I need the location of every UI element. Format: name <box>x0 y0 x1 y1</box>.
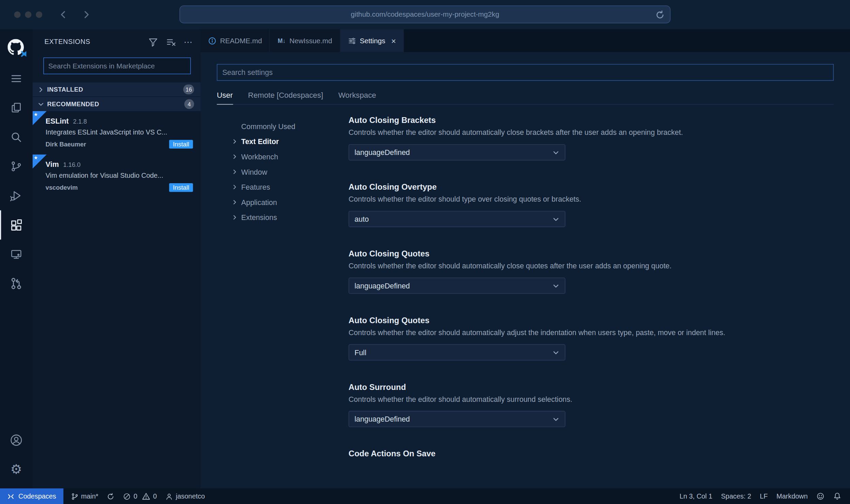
activity-bar-item-remote-explorer[interactable] <box>0 240 33 269</box>
install-button[interactable]: Install <box>169 183 193 192</box>
toc-item-window[interactable]: Window <box>232 164 348 179</box>
close-window-icon[interactable] <box>14 11 20 18</box>
activity-bar-item-pull-requests[interactable] <box>0 269 33 298</box>
notifications-button[interactable] <box>829 488 846 504</box>
search-icon <box>10 131 23 144</box>
toc-item-workbench[interactable]: Workbench <box>232 149 348 164</box>
activity-bar: ⚙ <box>0 29 33 488</box>
menu-icon <box>10 72 23 85</box>
star-icon: ★ <box>34 112 38 117</box>
language-label: Markdown <box>776 492 808 500</box>
toc-item-text-editor[interactable]: Text Editor <box>232 134 348 149</box>
activity-bar-item-account[interactable] <box>0 426 33 455</box>
cursor-label: Ln 3, Col 1 <box>680 492 712 500</box>
warning-count: 0 <box>153 492 157 500</box>
filter-icon[interactable] <box>148 36 158 47</box>
install-button[interactable]: Install <box>169 140 193 148</box>
activity-bar-item-extensions[interactable] <box>0 210 33 240</box>
setting-value-dropdown[interactable]: auto <box>349 211 566 227</box>
tab-newissue[interactable]: M↓ NewIssue.md <box>270 29 340 52</box>
setting-value-dropdown[interactable]: languageDefined <box>349 278 566 294</box>
panel-title: EXTENSIONS <box>45 38 91 45</box>
error-count: 0 <box>133 492 137 500</box>
activity-bar-item-explorer[interactable] <box>0 93 33 123</box>
address-bar[interactable]: github.com/codespaces/user-my-project-mg… <box>179 5 671 23</box>
account-icon <box>9 433 23 447</box>
extension-name: ESLint <box>46 117 69 125</box>
extension-list-item-eslint[interactable]: ★ ESLint 2.1.8 Integrates ESLint JavaScr… <box>33 111 201 154</box>
toc-label: Window <box>241 168 267 176</box>
setting-title: Auto Surround <box>349 382 850 391</box>
chevron-down-icon <box>552 415 560 423</box>
toc-label: Extensions <box>241 213 277 221</box>
indent-label: Spaces: 2 <box>721 492 751 500</box>
back-icon[interactable] <box>59 10 68 20</box>
activity-bar-item-home[interactable] <box>0 31 33 64</box>
setting-description: Controls whether the editor should autom… <box>349 395 850 403</box>
activity-bar-item-settings[interactable]: ⚙ <box>0 455 33 484</box>
run-debug-icon <box>10 189 23 202</box>
feedback-button[interactable] <box>812 488 829 504</box>
url-text: github.com/codespaces/user-my-project-mg… <box>351 10 499 18</box>
clear-extensions-icon[interactable] <box>166 36 176 47</box>
toc-label: Text Editor <box>241 138 279 146</box>
extensions-search-input[interactable] <box>43 58 191 74</box>
user-status[interactable]: jasonetco <box>161 488 209 504</box>
activity-bar-item-menu[interactable] <box>0 64 33 93</box>
github-codespaces-logo-icon <box>7 39 25 57</box>
git-branch-icon <box>71 492 78 500</box>
tab-readme[interactable]: README.md <box>201 29 270 52</box>
activity-bar-item-source-control[interactable] <box>0 152 33 181</box>
bell-icon <box>833 492 841 500</box>
cursor-position[interactable]: Ln 3, Col 1 <box>675 488 717 504</box>
scope-tab-remote[interactable]: Remote [Codespaces] <box>248 91 323 104</box>
settings-search-input[interactable] <box>217 64 834 81</box>
setting-value-dropdown[interactable]: languageDefined <box>349 411 566 427</box>
section-recommended[interactable]: RECOMMENDED 4 <box>33 97 201 111</box>
scope-tab-user[interactable]: User <box>217 91 233 105</box>
setting-auto-indent: Auto Closing Quotes Controls whether the… <box>349 315 850 360</box>
section-label: INSTALLED <box>47 86 83 93</box>
toc-item-application[interactable]: Application <box>232 194 348 210</box>
toc-item-commonly-used[interactable]: Commonly Used <box>232 119 348 134</box>
explorer-icon <box>10 101 23 114</box>
codespaces-remote-button[interactable]: Codespaces <box>0 488 63 504</box>
minimize-window-icon[interactable] <box>25 11 31 18</box>
tab-settings[interactable]: Settings × <box>340 29 404 52</box>
setting-value-dropdown[interactable]: languageDefined <box>349 144 566 160</box>
selected-value: languageDefined <box>355 148 410 156</box>
eol-selector[interactable]: LF <box>756 488 772 504</box>
activity-bar-item-search[interactable] <box>0 123 33 152</box>
more-actions-icon[interactable]: ⋯ <box>184 36 193 47</box>
toc-item-features[interactable]: Features <box>232 179 348 195</box>
selected-value: languageDefined <box>355 415 410 423</box>
activity-bar-item-run-debug[interactable] <box>0 181 33 210</box>
branch-status[interactable]: main* <box>66 488 103 504</box>
extension-list-item-vim[interactable]: ★ Vim 1.16.0 Vim emulation for Visual St… <box>33 155 201 198</box>
setting-auto-surround: Auto Surround Controls whether the edito… <box>349 382 850 427</box>
maximize-window-icon[interactable] <box>36 11 42 18</box>
extension-author: Dirk Baeumer <box>46 141 86 147</box>
problems-status[interactable]: 0 0 <box>119 488 161 504</box>
warnings-icon <box>142 492 151 500</box>
chevron-right-icon <box>232 184 237 190</box>
setting-auto-closing-quotes: Auto Closing Quotes Controls whether the… <box>349 249 850 294</box>
sync-status[interactable] <box>103 488 119 504</box>
indentation[interactable]: Spaces: 2 <box>717 488 756 504</box>
toc-item-extensions[interactable]: Extensions <box>232 210 348 225</box>
scope-tab-workspace[interactable]: Workspace <box>338 91 376 104</box>
section-installed[interactable]: INSTALLED 16 <box>33 82 201 96</box>
setting-title: Code Actions On Save <box>349 449 850 458</box>
chevron-down-icon <box>552 349 560 356</box>
browser-window: github.com/codespaces/user-my-project-mg… <box>0 0 850 504</box>
window-controls[interactable] <box>14 11 42 18</box>
reload-icon[interactable] <box>655 10 664 19</box>
tab-label: Settings <box>360 36 385 45</box>
close-tab-icon[interactable]: × <box>391 36 396 45</box>
language-mode[interactable]: Markdown <box>772 488 812 504</box>
source-control-icon <box>10 160 23 173</box>
setting-auto-closing-overtype: Auto Closing Overtype Controls whether t… <box>349 182 850 227</box>
forward-icon[interactable] <box>81 10 91 20</box>
extension-version: 2.1.8 <box>73 118 87 125</box>
setting-value-dropdown[interactable]: Full <box>349 344 566 361</box>
